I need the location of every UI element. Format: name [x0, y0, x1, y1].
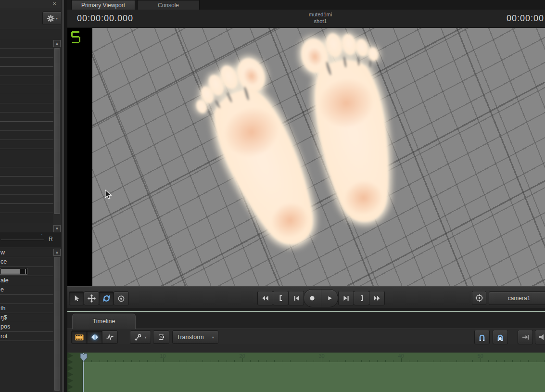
- property-row[interactable]: [0, 213, 54, 222]
- scrollbar-thumb[interactable]: [54, 257, 60, 391]
- viewport-canvas[interactable]: [92, 28, 545, 286]
- property-row[interactable]: [0, 294, 54, 303]
- previous-frame-button[interactable]: [288, 291, 304, 305]
- slider-track[interactable]: [1, 239, 44, 240]
- property-row[interactable]: [0, 186, 54, 195]
- clip-start-button[interactable]: [273, 291, 289, 305]
- scroll-up-icon[interactable]: ▲: [53, 249, 61, 256]
- property-row[interactable]: ale: [0, 276, 54, 285]
- gear-icon: [47, 14, 55, 23]
- property-row[interactable]: rot: [0, 331, 54, 341]
- magnet-icon: [478, 333, 486, 341]
- property-row[interactable]: w: [0, 248, 54, 257]
- move-tool-button[interactable]: [84, 291, 99, 305]
- property-row[interactable]: [0, 85, 54, 94]
- ruler-tick: [544, 360, 545, 362]
- clip-end-button[interactable]: [354, 291, 369, 305]
- graph-editor-mode-button[interactable]: [102, 330, 118, 344]
- ruler-tick: [218, 360, 219, 362]
- settings-button[interactable]: ▾: [42, 12, 62, 25]
- property-label: ce: [0, 258, 7, 265]
- time-selection-button[interactable]: [153, 330, 169, 344]
- property-row[interactable]: [0, 158, 54, 167]
- orbit-icon: [117, 295, 125, 303]
- play-button[interactable]: [321, 290, 338, 307]
- rewind-button[interactable]: [257, 291, 273, 305]
- property-row[interactable]: [0, 113, 54, 122]
- property-row[interactable]: [0, 103, 54, 113]
- next-frame-button[interactable]: [338, 291, 354, 305]
- ruler-tick: [139, 360, 139, 362]
- ruler-tick: [274, 360, 275, 362]
- ruler-tick: [163, 358, 164, 362]
- ruler-tick: [520, 360, 520, 362]
- property-row[interactable]: [0, 195, 54, 204]
- fast-forward-button[interactable]: [369, 291, 385, 305]
- property-row[interactable]: [0, 140, 54, 149]
- add-keyframe-button[interactable]: ▾: [130, 330, 151, 344]
- property-row[interactable]: [0, 58, 54, 67]
- playhead-marker[interactable]: [80, 353, 88, 362]
- property-row[interactable]: [0, 49, 54, 58]
- property-row[interactable]: [0, 177, 54, 186]
- ruler-tick: [496, 360, 497, 362]
- tab-primary-viewport[interactable]: Primary Viewport: [71, 0, 135, 10]
- property-row[interactable]: [0, 76, 54, 85]
- audio-mute-button[interactable]: [535, 330, 545, 344]
- property-row[interactable]: [0, 122, 54, 131]
- snap-playhead-button[interactable]: [474, 330, 490, 344]
- timeline-ruler[interactable]: 1020304050: [67, 353, 545, 362]
- record-button[interactable]: [304, 290, 321, 307]
- camera-selector[interactable]: camera1: [489, 291, 545, 305]
- camera-target-button[interactable]: [472, 291, 486, 305]
- property-row[interactable]: [0, 94, 54, 103]
- ruler-tick: [322, 358, 322, 362]
- timeline-track-area[interactable]: 1020304050: [67, 353, 545, 392]
- property-row[interactable]: [0, 204, 54, 213]
- scrollbar-upper[interactable]: ▲ ▼: [53, 40, 61, 232]
- filmstrip-icon: [75, 334, 84, 341]
- ruler-tick: [171, 360, 171, 362]
- property-row[interactable]: pos: [0, 322, 54, 331]
- target-icon: [475, 294, 483, 302]
- orbit-tool-button[interactable]: [114, 291, 129, 305]
- panel-resize-handle[interactable]: [67, 308, 545, 312]
- property-row[interactable]: [0, 131, 54, 140]
- right-foot[interactable]: [298, 28, 412, 228]
- scrollbar-lower[interactable]: ▲: [53, 249, 61, 392]
- tab-console[interactable]: Console: [137, 0, 200, 10]
- ruler-tick: [227, 360, 227, 362]
- scroll-down-icon[interactable]: ▼: [53, 225, 61, 232]
- property-row[interactable]: [0, 149, 54, 158]
- property-row[interactable]: e: [0, 285, 54, 294]
- rotate-tool-button[interactable]: [99, 291, 114, 305]
- bracket-left-icon: [277, 294, 285, 302]
- close-icon[interactable]: ✕: [52, 1, 56, 6]
- ruler-label: 20: [235, 353, 250, 359]
- property-row[interactable]: [0, 167, 54, 177]
- ruler-tick: [536, 360, 536, 362]
- ruler-tick: [179, 360, 179, 362]
- motion-editor-mode-button[interactable]: [87, 330, 102, 344]
- curve-icon: [106, 333, 114, 341]
- select-tool-button[interactable]: [69, 291, 84, 305]
- left-foot[interactable]: [186, 53, 328, 259]
- viewport-3d[interactable]: [67, 28, 545, 286]
- property-row[interactable]: [0, 39, 54, 49]
- tab-timeline[interactable]: Timeline: [72, 314, 136, 329]
- property-value-input[interactable]: [0, 268, 27, 275]
- property-row[interactable]: ce: [0, 257, 54, 266]
- property-row[interactable]: [0, 266, 54, 276]
- transform-dropdown[interactable]: Transform ▾: [172, 330, 218, 344]
- slider-tick-mark: ': [41, 233, 42, 238]
- timeline-track-body[interactable]: [67, 362, 545, 392]
- property-row[interactable]: ŋ$: [0, 313, 54, 322]
- property-row[interactable]: th: [0, 303, 54, 313]
- property-row[interactable]: [0, 67, 54, 76]
- go-to-end-button[interactable]: [518, 330, 533, 344]
- ruler-tick: [512, 360, 513, 362]
- scroll-up-icon[interactable]: ▲: [53, 40, 61, 47]
- clip-editor-mode-button[interactable]: [71, 330, 87, 344]
- snap-frames-button[interactable]: [493, 330, 508, 344]
- scrollbar-thumb[interactable]: [54, 48, 60, 214]
